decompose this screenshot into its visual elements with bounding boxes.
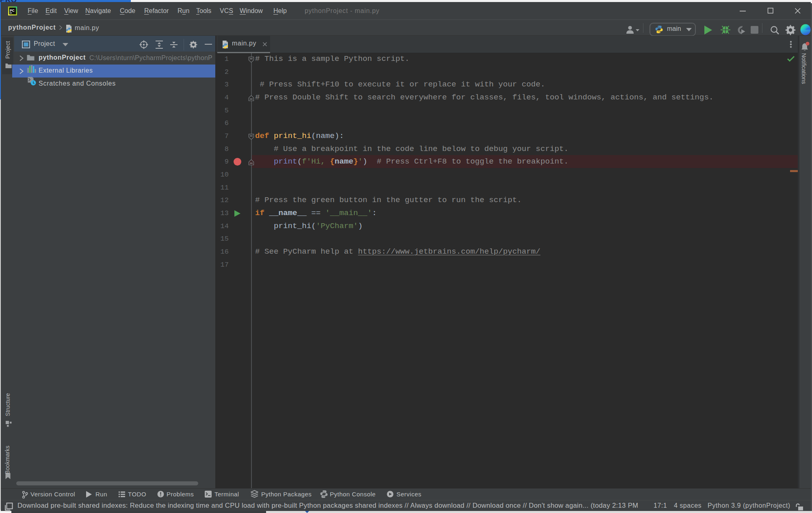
svg-text:PC: PC	[10, 9, 14, 13]
